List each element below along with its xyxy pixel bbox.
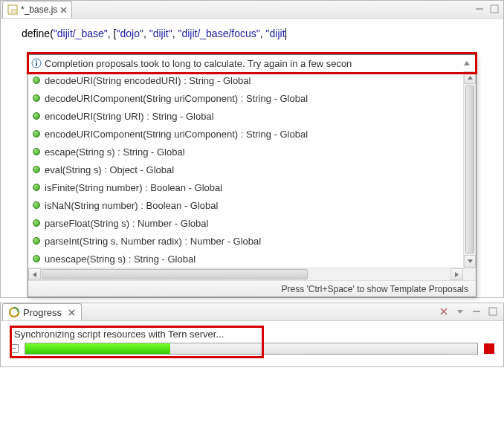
method-icon bbox=[33, 201, 40, 209]
progress-bar-fill bbox=[25, 343, 170, 354]
code-token: , bbox=[260, 28, 266, 39]
proposal-label: decodeURIComponent(String uriComponent) … bbox=[45, 93, 308, 104]
svg-rect-8 bbox=[36, 62, 37, 66]
progress-tab-bar: Progress bbox=[1, 303, 503, 321]
progress-body: Synchronizing script resources with Tern… bbox=[1, 321, 503, 366]
method-icon bbox=[33, 237, 40, 245]
code-token: "dijit/_base/focus" bbox=[178, 28, 259, 39]
svg-rect-5 bbox=[491, 5, 498, 13]
code-token: define bbox=[22, 28, 50, 39]
scrollbar-track[interactable] bbox=[41, 268, 450, 280]
proposal-item[interactable]: isNaN(String number) : Boolean - Global bbox=[28, 196, 463, 214]
svg-rect-21 bbox=[489, 308, 497, 315]
progress-tab-title: Progress bbox=[23, 307, 62, 318]
proposal-label: parseFloat(String s) : Number - Global bbox=[45, 218, 208, 229]
progress-toolbar bbox=[439, 307, 499, 317]
js-file-icon: JS bbox=[7, 4, 18, 15]
proposal-item[interactable]: encodeURIComponent(String uriComponent) … bbox=[28, 125, 463, 143]
code-area[interactable]: define("dijit/_base", ["dojo", "dijit", … bbox=[1, 19, 503, 54]
info-icon bbox=[31, 58, 42, 68]
svg-marker-19 bbox=[457, 310, 463, 314]
editor-toolbar bbox=[475, 4, 500, 15]
progress-panel: Progress Synchronizing script resources … bbox=[0, 303, 504, 367]
code-token: , bbox=[143, 28, 149, 39]
proposal-label: unescape(String s) : String - Global bbox=[45, 253, 196, 265]
remove-finished-icon[interactable] bbox=[439, 307, 450, 317]
proposal-label: escape(String s) : String - Global bbox=[45, 146, 185, 158]
popup-header: Completion proposals took to long to cal… bbox=[28, 55, 476, 71]
code-token: "dojo" bbox=[116, 28, 143, 39]
proposal-label: decodeURI(String encodedURI) : String - … bbox=[45, 75, 251, 86]
svg-rect-20 bbox=[473, 311, 480, 312]
minimize-icon[interactable] bbox=[475, 4, 485, 15]
proposal-item[interactable]: decodeURIComponent(String uriComponent) … bbox=[28, 89, 463, 107]
scroll-left-button[interactable] bbox=[28, 268, 41, 280]
scroll-down-button[interactable] bbox=[464, 255, 476, 268]
scrollbar-thumb[interactable] bbox=[42, 269, 308, 279]
method-icon bbox=[33, 112, 40, 120]
popup-body: decodeURI(String encodedURI) : String - … bbox=[28, 71, 476, 268]
close-icon[interactable] bbox=[60, 7, 67, 13]
proposal-item[interactable]: encodeURI(String URI) : String - Global bbox=[28, 107, 463, 125]
scroll-up-button[interactable] bbox=[464, 71, 476, 84]
scrollbar-corner bbox=[463, 268, 476, 280]
collapse-button[interactable]: − bbox=[10, 344, 19, 353]
view-menu-icon[interactable] bbox=[456, 307, 466, 317]
scroll-up-button[interactable] bbox=[461, 57, 473, 69]
method-icon bbox=[33, 166, 40, 173]
svg-point-7 bbox=[36, 60, 37, 62]
proposal-label: eval(String s) : Object - Global bbox=[45, 164, 174, 175]
file-tab-title: *_base.js bbox=[21, 4, 57, 15]
popup-footer: Press 'Ctrl+Space' to show Template Prop… bbox=[28, 280, 476, 297]
proposal-item[interactable]: isFinite(String number) : Boolean - Glob… bbox=[28, 178, 463, 196]
stop-button[interactable] bbox=[484, 343, 494, 354]
completion-popup: Completion proposals took to long to cal… bbox=[28, 54, 476, 297]
svg-marker-13 bbox=[455, 272, 459, 277]
proposal-label: encodeURIComponent(String uriComponent) … bbox=[45, 129, 308, 140]
proposal-item[interactable]: escape(String s) : String - Global bbox=[28, 143, 463, 161]
maximize-icon[interactable] bbox=[488, 307, 499, 317]
svg-marker-11 bbox=[468, 259, 473, 263]
proposal-list[interactable]: decodeURI(String encodedURI) : String - … bbox=[28, 71, 463, 268]
method-icon bbox=[33, 130, 40, 138]
method-icon bbox=[33, 148, 40, 155]
editor-tab-bar: JS *_base.js bbox=[1, 1, 503, 19]
proposal-item[interactable]: decodeURI(String encodedURI) : String - … bbox=[28, 71, 463, 89]
svg-marker-12 bbox=[33, 272, 36, 277]
proposal-item[interactable]: unescape(String s) : String - Global bbox=[28, 250, 463, 268]
progress-icon bbox=[9, 307, 19, 317]
proposal-item[interactable]: eval(String s) : Object - Global bbox=[28, 161, 463, 178]
progress-bar bbox=[25, 343, 478, 355]
code-token: "dijit" bbox=[149, 28, 172, 39]
minimize-icon[interactable] bbox=[472, 307, 482, 317]
svg-text:JS: JS bbox=[10, 7, 16, 14]
close-icon[interactable] bbox=[68, 309, 75, 316]
svg-marker-9 bbox=[464, 61, 470, 65]
method-icon bbox=[33, 255, 40, 262]
svg-marker-10 bbox=[468, 76, 473, 80]
scrollbar-thumb[interactable] bbox=[465, 85, 474, 253]
proposal-label: encodeURI(String URI) : String - Global bbox=[45, 111, 214, 122]
code-token: "dijit/_base" bbox=[54, 28, 108, 39]
scrollbar-track[interactable] bbox=[464, 84, 476, 255]
popup-hint-text: Press 'Ctrl+Space' to show Template Prop… bbox=[282, 284, 468, 294]
progress-tab[interactable]: Progress bbox=[2, 303, 82, 320]
proposal-item[interactable]: parseFloat(String s) : Number - Global bbox=[28, 214, 463, 232]
method-icon bbox=[33, 94, 40, 102]
horizontal-scrollbar[interactable] bbox=[28, 268, 476, 280]
proposal-label: isNaN(String number) : Boolean - Global bbox=[45, 200, 218, 211]
proposal-item[interactable]: parseInt(String s, Number radix) : Numbe… bbox=[28, 232, 463, 250]
method-icon bbox=[33, 77, 40, 84]
proposal-label: isFinite(String number) : Boolean - Glob… bbox=[45, 182, 222, 193]
editor-panel: JS *_base.js define("dijit/_base", ["doj… bbox=[0, 0, 504, 298]
scroll-right-button[interactable] bbox=[450, 268, 463, 280]
progress-task-label: Synchronizing script resources with Tern… bbox=[14, 329, 494, 340]
method-icon bbox=[33, 219, 40, 227]
proposal-label: parseInt(String s, Number radix) : Numbe… bbox=[45, 236, 261, 247]
vertical-scrollbar[interactable] bbox=[463, 71, 476, 268]
file-tab[interactable]: JS *_base.js bbox=[2, 1, 72, 18]
completion-popup-wrap: Completion proposals took to long to cal… bbox=[1, 54, 503, 297]
maximize-icon[interactable] bbox=[490, 4, 500, 15]
code-token: "dijit bbox=[266, 28, 285, 39]
progress-row: − bbox=[10, 343, 494, 355]
